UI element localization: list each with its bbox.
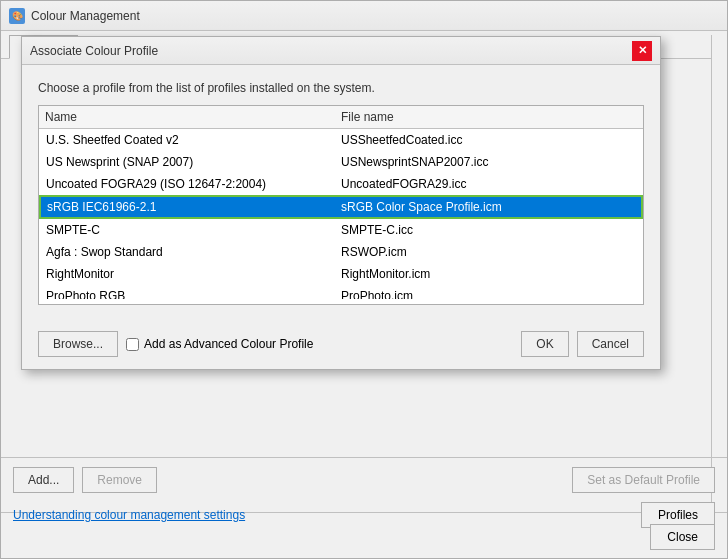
remove-button[interactable]: Remove [82,467,157,493]
profile-filename: UncoatedFOGRA29.icc [341,177,636,191]
dialog-title-bar: Associate Colour Profile ✕ [22,37,660,65]
dialog-instruction: Choose a profile from the list of profil… [38,81,644,95]
window-title: Colour Management [31,9,719,23]
associate-profile-dialog: Associate Colour Profile ✕ Choose a prof… [21,36,661,370]
profile-name: Agfa : Swop Standard [46,245,341,259]
profile-list-header: Name File name [39,106,643,129]
profile-filename: ProPhoto.icm [341,289,636,299]
table-row[interactable]: RightMonitor RightMonitor.icm [39,263,643,285]
table-row[interactable]: Agfa : Swop Standard RSWOP.icm [39,241,643,263]
profile-filename: RSWOP.icm [341,245,636,259]
profile-name: ProPhoto RGB [46,289,341,299]
table-row[interactable]: US Newsprint (SNAP 2007) USNewsprintSNAP… [39,151,643,173]
close-area: Close [650,524,715,550]
profile-filename: RightMonitor.icm [341,267,636,281]
browse-button[interactable]: Browse... [38,331,118,357]
app-icon: 🎨 [9,8,25,24]
add-button[interactable]: Add... [13,467,74,493]
profile-filename: SMPTE-C.icc [341,223,636,237]
profile-filename: USNewsprintSNAP2007.icc [341,155,636,169]
table-row-selected[interactable]: sRGB IEC61966-2.1 sRGB Color Space Profi… [39,195,643,219]
table-row[interactable]: SMPTE-C SMPTE-C.icc [39,219,643,241]
profile-name: Uncoated FOGRA29 (ISO 12647-2:2004) [46,177,341,191]
header-filename: File name [341,110,637,124]
profile-list-container: Name File name U.S. Sheetfed Coated v2 U… [38,105,644,305]
profile-name: RightMonitor [46,267,341,281]
dialog-body: Choose a profile from the list of profil… [22,65,660,321]
ok-button[interactable]: OK [521,331,568,357]
profile-name: U.S. Sheetfed Coated v2 [46,133,341,147]
bottom-link-area: Understanding colour management settings… [13,502,715,528]
dialog-title: Associate Colour Profile [30,44,632,58]
close-main-button[interactable]: Close [650,524,715,550]
profile-list-rows[interactable]: U.S. Sheetfed Coated v2 USSheetfedCoated… [39,129,643,299]
dialog-close-button[interactable]: ✕ [632,41,652,61]
cancel-button[interactable]: Cancel [577,331,644,357]
add-advanced-checkbox[interactable] [126,338,139,351]
understanding-link[interactable]: Understanding colour management settings [13,508,245,522]
set-default-profile-button[interactable]: Set as Default Profile [572,467,715,493]
title-bar: 🎨 Colour Management [1,1,727,31]
table-row[interactable]: U.S. Sheetfed Coated v2 USSheetfedCoated… [39,129,643,151]
profile-name: US Newsprint (SNAP 2007) [46,155,341,169]
profile-name: sRGB IEC61966-2.1 [47,200,341,214]
device-action-buttons: Add... Remove Set as Default Profile [13,467,715,493]
add-advanced-label: Add as Advanced Colour Profile [144,337,313,351]
main-window: 🎨 Colour Management Devices All Profiles… [0,0,728,559]
profile-name: SMPTE-C [46,223,341,237]
table-row[interactable]: Uncoated FOGRA29 (ISO 12647-2:2004) Unco… [39,173,643,195]
table-row[interactable]: ProPhoto RGB ProPhoto.icm [39,285,643,299]
profile-filename: sRGB Color Space Profile.icm [341,200,635,214]
profile-filename: USSheetfedCoated.icc [341,133,636,147]
dialog-bottom-bar: Browse... Add as Advanced Colour Profile… [22,321,660,369]
main-scrollbar[interactable] [711,35,727,505]
add-advanced-checkbox-label[interactable]: Add as Advanced Colour Profile [126,337,313,351]
header-name: Name [45,110,341,124]
separator-line-1 [1,457,727,458]
